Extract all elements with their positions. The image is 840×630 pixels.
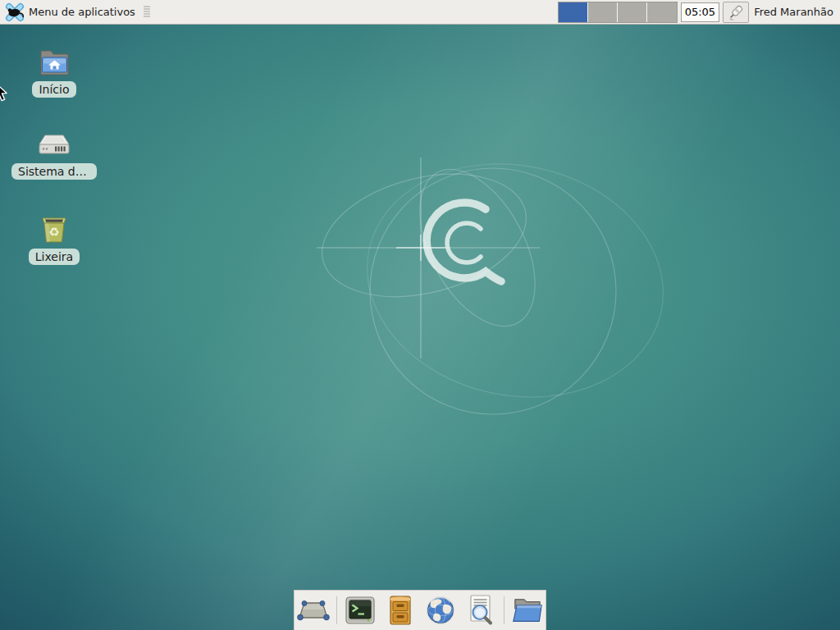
folder-icon [510, 594, 545, 627]
mouse-cursor-arrow [0, 82, 12, 103]
filesystem-drive-icon [36, 131, 72, 159]
dock-file-cabinet-button[interactable] [383, 593, 418, 628]
logged-in-user-name[interactable]: Fred Maranhão [754, 6, 833, 18]
desktop-icon-trash[interactable]: ♻ Lixeira [9, 213, 99, 265]
desktop-icon-label: Lixeira [29, 249, 80, 265]
top-panel: Menu de aplicativos 05:05 Fred Maranhão [0, 0, 840, 25]
user-actions-button[interactable] [723, 2, 749, 23]
applications-menu-label: Menu de aplicativos [29, 6, 135, 18]
desktop-icon-label: Início [32, 81, 75, 98]
workspace-4[interactable] [647, 2, 677, 22]
globe-icon [423, 593, 458, 628]
debian-lines-artwork [0, 0, 840, 630]
xfce-debian-menu-icon [5, 2, 25, 22]
dock-web-browser-button[interactable] [423, 593, 458, 628]
terminal-icon [344, 594, 377, 627]
dock-show-desktop-button[interactable] [296, 593, 331, 628]
dock-separator [336, 596, 337, 624]
desktop-wallpaper [0, 0, 840, 630]
dock-separator [504, 596, 504, 624]
bottom-dock-panel [294, 590, 546, 630]
workspace-switcher [558, 2, 678, 23]
workspace-3[interactable] [618, 2, 647, 22]
panel-plugin-grip[interactable] [144, 6, 150, 18]
panel-clock: 05:05 [681, 2, 719, 22]
workspace-2[interactable] [588, 2, 618, 22]
pointer-device-icon [727, 3, 745, 21]
desktop-icon-home[interactable]: Início [9, 48, 99, 98]
dock-file-manager-button[interactable] [510, 593, 545, 628]
trash-icon: ♻ [37, 213, 71, 244]
file-cabinet-icon [384, 594, 417, 627]
document-search-icon [463, 593, 498, 628]
workspace-1[interactable] [559, 2, 588, 22]
home-folder-icon [37, 48, 71, 77]
desktop-icon-filesystem[interactable]: Sistema de ... [9, 131, 99, 180]
dock-terminal-button[interactable] [343, 593, 377, 628]
svg-text:♻: ♻ [48, 225, 59, 240]
applications-menu-button[interactable]: Menu de aplicativos [0, 0, 142, 24]
show-desktop-icon [296, 594, 331, 627]
desktop-icon-label: Sistema de ... [11, 163, 97, 180]
dock-app-finder-button[interactable] [463, 593, 498, 628]
clock-time: 05:05 [685, 6, 715, 18]
